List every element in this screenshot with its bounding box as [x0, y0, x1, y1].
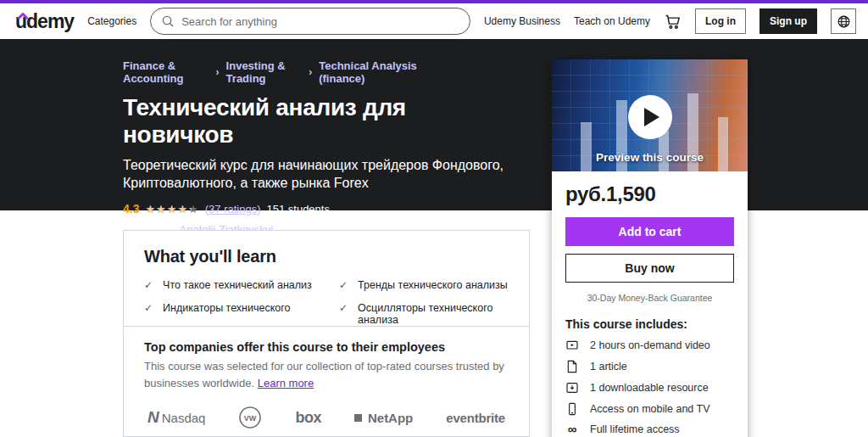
learn-item: Осцилляторы технического анализа	[339, 302, 509, 326]
companies-body: This course was selected for our collect…	[144, 358, 509, 391]
nasdaq-logo: N Nasdaq	[147, 408, 205, 427]
include-item: ∞ Full lifetime access	[565, 423, 734, 435]
course-title: Технический анализ для новичков	[123, 94, 428, 148]
course-preview-thumbnail[interactable]: Preview this course	[552, 59, 748, 171]
language-globe-button[interactable]	[831, 8, 856, 34]
play-button[interactable]	[628, 95, 672, 139]
include-item: 1 article	[565, 360, 734, 373]
volkswagen-logo: VW	[238, 406, 262, 429]
udemy-logo-caret-icon	[17, 8, 29, 23]
include-item: 1 downloadable resource	[565, 381, 734, 395]
rating-score: 4.3	[123, 202, 139, 216]
play-icon	[644, 108, 659, 126]
box-logo: box	[295, 409, 321, 427]
breadcrumb: Finance & Accounting › Investing & Tradi…	[123, 59, 428, 85]
add-to-cart-button[interactable]: Add to cart	[565, 217, 734, 246]
check-icon	[339, 279, 348, 293]
rating-row: 4.3 ★★★★★★★★★★ (37 ratings) 151 students	[123, 202, 428, 216]
udemy-logo[interactable]: udemy	[15, 14, 74, 30]
check-icon	[144, 302, 153, 316]
breadcrumb-link-investing[interactable]: Investing & Trading	[226, 59, 303, 85]
check-icon	[144, 279, 153, 293]
nav-teach-on-udemy[interactable]: Teach on Udemy	[574, 15, 650, 27]
star-rating-icon: ★★★★★★★★★★	[145, 204, 198, 215]
login-button[interactable]: Log in	[695, 8, 746, 34]
companies-title: Top companies offer this course to their…	[144, 340, 509, 354]
buy-now-button[interactable]: Buy now	[565, 254, 734, 283]
company-logos-row: N Nasdaq VW box NetApp eventbrite	[144, 406, 509, 429]
signup-button[interactable]: Sign up	[760, 8, 817, 34]
learn-items-grid: Что такое технический анализ Тренды техн…	[144, 279, 509, 326]
netapp-mark-icon	[354, 414, 362, 422]
nasdaq-mark-icon: N	[147, 408, 158, 427]
learn-item: Что такое технический анализ	[144, 279, 314, 293]
cart-icon[interactable]	[664, 13, 682, 31]
ratings-count-link[interactable]: (37 ratings)	[205, 203, 261, 216]
top-companies-box: Top companies offer this course to their…	[123, 326, 530, 437]
learn-item: Тренды технического анализы	[339, 279, 509, 293]
search-input[interactable]	[181, 15, 465, 28]
search-icon[interactable]	[161, 14, 175, 28]
breadcrumb-separator-icon: ›	[309, 66, 312, 78]
purchase-card: Preview this course руб.1,590 Add to car…	[552, 59, 748, 437]
students-count: 151 students	[267, 203, 330, 216]
learn-section-title: What you'll learn	[144, 247, 509, 266]
breadcrumb-link-technical-analysis[interactable]: Technical Analysis (finance)	[319, 59, 428, 85]
article-icon	[565, 360, 579, 373]
infinity-icon: ∞	[565, 425, 579, 434]
include-item: Access on mobile and TV	[565, 402, 734, 416]
learn-item: Индикаторы технического	[144, 302, 314, 326]
preview-chart-bar	[581, 122, 592, 171]
eventbrite-logo: eventbrite	[446, 411, 505, 425]
ondemand-video-icon	[565, 339, 579, 352]
course-subtitle: Теоретический курс для начинающих трейде…	[123, 156, 513, 192]
learn-more-link[interactable]: Learn more	[258, 377, 314, 389]
nav-categories[interactable]: Categories	[87, 15, 136, 27]
course-price: руб.1,590	[565, 182, 734, 206]
nav-udemy-business[interactable]: Udemy Business	[484, 15, 560, 27]
mobile-icon	[565, 402, 579, 416]
preview-label: Preview this course	[552, 151, 748, 164]
includes-list: 2 hours on-demand video 1 article 1 down…	[565, 339, 734, 437]
search-bar[interactable]	[150, 8, 470, 35]
netapp-logo: NetApp	[354, 411, 413, 425]
breadcrumb-link-finance[interactable]: Finance & Accounting	[123, 59, 209, 85]
what-youll-learn-box: What you'll learn Что такое технический …	[123, 230, 530, 340]
include-item: 2 hours on-demand video	[565, 339, 734, 352]
check-icon	[339, 302, 348, 316]
includes-title: This course includes:	[565, 317, 734, 331]
breadcrumb-separator-icon: ›	[216, 66, 220, 78]
downloadable-icon	[565, 381, 579, 395]
svg-text:VW: VW	[244, 414, 257, 423]
top-nav: udemy Categories Udemy Business Teach on…	[0, 3, 868, 39]
money-back-guarantee: 30-Day Money-Back Guarantee	[565, 293, 734, 303]
